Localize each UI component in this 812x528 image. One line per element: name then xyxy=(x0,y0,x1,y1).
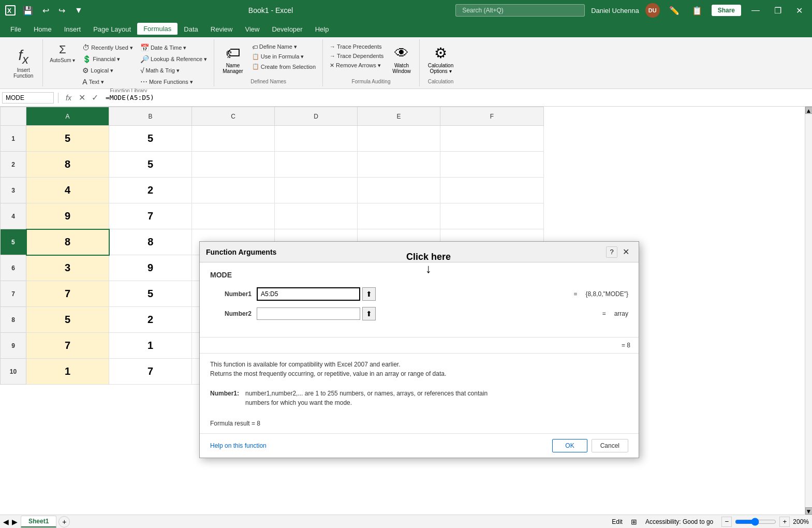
date-time-button[interactable]: 📅 Date & Time ▾ xyxy=(138,42,210,53)
menu-developer[interactable]: Developer xyxy=(265,23,308,35)
number1-input-wrap: ⬆ xyxy=(257,287,563,301)
menu-home[interactable]: Home xyxy=(27,23,58,35)
insert-function-button[interactable]: fx InsertFunction xyxy=(9,44,37,82)
calc-options-icon: ⚙ xyxy=(434,45,447,62)
menu-view[interactable]: View xyxy=(239,23,265,35)
logical-button[interactable]: ⚙ Logical ▾ xyxy=(80,65,136,76)
help-link[interactable]: Help on this function xyxy=(210,442,267,449)
trace-dependents-button[interactable]: → Trace Dependents xyxy=(327,52,386,60)
number1-row: Number1 ⬆ = {8,8,0,"MODE"} xyxy=(210,287,628,301)
title-bar: X 💾 ↩ ↪ ▼ Book1 - Excel Daniel Uchenna D… xyxy=(0,0,812,21)
menu-file[interactable]: File xyxy=(4,23,27,35)
save-icon[interactable]: 💾 xyxy=(20,5,36,17)
name-manager-button[interactable]: 🏷 NameManager xyxy=(218,41,247,77)
name-manager-icon: 🏷 xyxy=(226,45,240,62)
number2-label: Number2 xyxy=(210,310,252,317)
menu-help[interactable]: Help xyxy=(309,23,335,35)
fx-icon: fx xyxy=(18,47,28,67)
date-time-label: Date & Time ▾ xyxy=(151,45,187,51)
close-button[interactable]: ✕ xyxy=(792,4,807,18)
user-avatar: DU xyxy=(645,3,660,18)
logical-icon: ⚙ xyxy=(82,66,89,75)
redo-icon[interactable]: ↪ xyxy=(55,5,68,17)
define-name-label: Define Name ▾ xyxy=(259,43,297,50)
more-icon: ⋯ xyxy=(140,78,147,86)
remove-arrows-button[interactable]: ✕ Remove Arrows ▾ xyxy=(327,61,386,70)
clock-icon: ⏱ xyxy=(82,43,90,52)
collapse-icon-1: ⬆ xyxy=(366,290,372,298)
lookup-reference-button[interactable]: 🔎 Lookup & Reference ▾ xyxy=(138,54,210,64)
menu-insert[interactable]: Insert xyxy=(58,23,87,35)
minimize-button[interactable]: — xyxy=(747,4,764,17)
quick-access-toolbar: 💾 ↩ ↪ ▼ xyxy=(20,5,86,17)
calculation-options-button[interactable]: ⚙ CalculationOptions ▾ xyxy=(424,41,457,77)
name-box[interactable] xyxy=(2,92,54,104)
title-bar-right: Daniel Uchenna DU ✏️ 📋 Share — ❐ ✕ xyxy=(455,3,807,18)
ribbon-display-icon[interactable]: 📋 xyxy=(689,5,705,17)
ribbon: fx InsertFunction Σ AutoSum ▾ ⏱ Recently… xyxy=(0,37,812,89)
function-arguments-dialog: Function Arguments ? ✕ MODE Number1 ⬆ xyxy=(199,241,639,458)
customize-icon[interactable]: ▼ xyxy=(71,5,86,16)
menu-bar: File Home Insert Page Layout Formulas Da… xyxy=(0,21,812,37)
recently-used-button[interactable]: ⏱ Recently Used ▾ xyxy=(80,42,136,53)
cancel-button[interactable]: Cancel xyxy=(592,439,628,452)
menu-data[interactable]: Data xyxy=(178,23,204,35)
logical-label: Logical ▾ xyxy=(91,67,113,74)
watch-window-button[interactable]: 👁 WatchWindow xyxy=(388,41,415,77)
number2-equals: = xyxy=(602,310,606,317)
formula-divider xyxy=(58,93,58,103)
cancel-formula-button[interactable]: ✕ xyxy=(77,92,87,104)
create-from-selection-button[interactable]: 📋 Create from Selection xyxy=(249,62,318,71)
formula-input[interactable] xyxy=(102,92,810,103)
excel-logo: X xyxy=(5,5,16,16)
financial-icon: 💲 xyxy=(82,55,91,63)
dialog-overlay: Click here ↓ Function Arguments ? ✕ MODE… xyxy=(0,107,812,528)
math-trig-button[interactable]: √ Math & Trig ▾ xyxy=(138,65,210,76)
use-in-formula-label: Use in Formula ▾ xyxy=(261,53,304,60)
dialog-help-button[interactable]: ? xyxy=(606,246,617,258)
number1-input[interactable] xyxy=(257,287,360,301)
number2-input[interactable] xyxy=(257,307,360,320)
autosum-label: AutoSum ▾ xyxy=(50,57,75,64)
define-name-button[interactable]: 🏷 Define Name ▾ xyxy=(249,42,318,51)
share-button[interactable]: Share xyxy=(712,5,741,16)
confirm-formula-button[interactable]: ✓ xyxy=(90,92,100,104)
dialog-description-line1: This function is available for compatibi… xyxy=(210,360,628,369)
pen-icon[interactable]: ✏️ xyxy=(666,5,683,17)
formula-auditing-label: Formula Auditing xyxy=(327,79,415,84)
text-button[interactable]: A Text ▾ xyxy=(80,77,136,87)
more-functions-button[interactable]: ⋯ More Functions ▾ xyxy=(138,77,210,87)
ok-button[interactable]: OK xyxy=(552,439,587,452)
dialog-close-button[interactable]: ✕ xyxy=(619,246,632,258)
number1-equals: = xyxy=(573,290,577,298)
financial-button[interactable]: 💲 Financial ▾ xyxy=(80,54,136,64)
number1-label: Number1 xyxy=(210,290,252,298)
use-in-formula-button[interactable]: 📋 Use in Formula ▾ xyxy=(249,52,318,61)
defined-names-label: Defined Names xyxy=(218,79,318,84)
number2-collapse-button[interactable]: ⬆ xyxy=(362,307,376,320)
dialog-help-section: Number1: number1,number2,... are 1 to 25… xyxy=(200,385,639,414)
collapse-icon-2: ⬆ xyxy=(366,310,372,317)
search-input[interactable] xyxy=(455,4,585,17)
recently-used-label: Recently Used ▾ xyxy=(91,45,133,51)
dialog-formula-result: Formula result = 8 xyxy=(200,414,639,433)
restore-button[interactable]: ❐ xyxy=(770,4,786,18)
autosum-button[interactable]: Σ AutoSum ▾ xyxy=(47,41,78,65)
dialog-description-line2: Returns the most frequently occurring, o… xyxy=(210,369,628,378)
menu-review[interactable]: Review xyxy=(204,23,239,35)
svg-text:X: X xyxy=(7,7,11,14)
text-label: Text ▾ xyxy=(89,79,104,85)
insert-function-label: InsertFunction xyxy=(13,67,33,79)
undo-icon[interactable]: ↩ xyxy=(39,5,52,17)
menu-formulas[interactable]: Formulas xyxy=(137,23,178,36)
trace-precedents-label: Trace Precedents xyxy=(337,43,381,50)
name-manager-label: NameManager xyxy=(223,63,243,74)
number1-collapse-button[interactable]: ⬆ xyxy=(362,287,376,301)
param-name: Number1: xyxy=(210,389,239,407)
calculation-options-label: CalculationOptions ▾ xyxy=(428,63,453,74)
trace-precedents-button[interactable]: → Trace Precedents xyxy=(327,42,386,51)
dialog-title-bar: Function Arguments ? ✕ xyxy=(200,242,639,262)
user-name: Daniel Uchenna xyxy=(591,7,639,14)
menu-page-layout[interactable]: Page Layout xyxy=(87,23,137,35)
trace-dependents-label: Trace Dependents xyxy=(337,53,383,59)
